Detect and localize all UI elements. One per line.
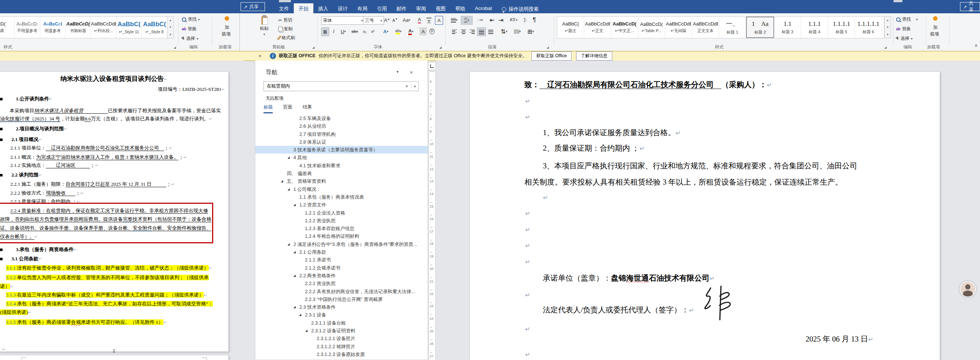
nav-item[interactable]: 2.2.1 营业执照 <box>255 279 428 287</box>
tab-selector[interactable] <box>428 62 436 70</box>
style-item[interactable]: AaBbCcDdE正文文本 <box>692 17 719 38</box>
style-gallery-scroll[interactable]: ▴▾▾ <box>884 16 891 38</box>
nav-item[interactable]: 1.1 承包（服务）商基本情况表 <box>255 193 428 201</box>
nav-item[interactable]: 2.2.3 “中国执行信息公开网” 查询截屏 <box>255 295 428 303</box>
add-ins-button[interactable]: 载项 <box>222 31 231 37</box>
character-border-button[interactable]: A <box>435 16 443 25</box>
nav-item[interactable]: 2.5 车辆及设备 <box>255 114 428 122</box>
numbering-button[interactable]: 1≡2≡▾ <box>461 16 473 25</box>
nav-item[interactable]: 2.7 项目管理机构 <box>255 130 428 138</box>
nav-tab-标题[interactable]: 标题 <box>264 104 273 113</box>
nav-item[interactable]: ◢2.1 公用条款 <box>255 248 428 256</box>
nav-item[interactable]: 2.2.2 具有良好的商业信誉，无违法记录和重大法律... <box>255 288 428 295</box>
style-item[interactable]: 1.1.1标题 4 <box>801 17 828 38</box>
style-item[interactable]: AaBbC(↵题注 <box>557 17 584 38</box>
font-size-combo[interactable]: 三号▾ <box>363 16 384 25</box>
replace-button[interactable]: ab替换 <box>896 26 911 32</box>
align-center-button[interactable] <box>459 27 468 35</box>
nav-search-input[interactable] <box>264 84 402 89</box>
nav-item[interactable]: 1.2.4 年检合格的证明材料 <box>255 232 428 240</box>
style-item[interactable]: 一、标题 1 <box>719 17 746 38</box>
find-button[interactable]: 查找▾ <box>896 16 918 22</box>
select-button[interactable]: 选择▾ <box>182 35 199 42</box>
add-ins-button[interactable]: 载项 <box>930 31 939 37</box>
nav-item[interactable]: ◢2 满足谈判公告中“3.承包（服务）商资格条件”要求的资质... <box>255 240 428 248</box>
style-item[interactable]: AaBbCcDdE↵正文 <box>584 17 611 38</box>
style-gallery-scroll[interactable]: ▴▾▾ <box>167 16 174 38</box>
nav-item[interactable]: ◢4 其他 <box>255 154 428 161</box>
asian-layout-button[interactable]: A字▾ <box>508 16 519 24</box>
format-painter-button[interactable]: 格式刷 <box>278 35 295 41</box>
get-genuine-office-button[interactable]: 获取正版 Office <box>531 51 571 60</box>
find-button[interactable]: 查找▾ <box>182 16 200 22</box>
bullets-button[interactable]: ▾ <box>449 16 459 24</box>
nav-item[interactable]: 2.3.1.2.2 铭牌照片 <box>255 343 428 350</box>
search-clear-icon[interactable]: × <box>402 84 411 89</box>
distribute-button[interactable] <box>487 27 495 35</box>
style-item[interactable]: AaBbCcI明显参考 <box>40 17 66 38</box>
font-dialog-launcher[interactable]: ◢ <box>439 46 442 49</box>
paste-button[interactable]: 粘贴▾ <box>260 16 269 36</box>
align-left-button[interactable] <box>450 27 458 35</box>
change-case-button[interactable]: Aa▾ <box>401 16 412 24</box>
search-options-chevron-icon[interactable]: ▾ <box>411 84 418 88</box>
multilevel-list-button[interactable]: ⋮≡▾ <box>474 16 485 24</box>
nav-item[interactable]: 3 技术服务承诺（主要说明服务质量等） <box>255 146 428 154</box>
share-button-right-window[interactable]: ↗ 共享▾ <box>960 2 980 11</box>
banner-close-icon[interactable]: × <box>259 53 262 59</box>
style-item[interactable]: 1.1标题 3 <box>774 17 801 38</box>
decrease-indent-button[interactable]: ⇤ <box>488 16 496 24</box>
line-spacing-button[interactable]: ⇅▾ <box>498 27 509 35</box>
styles-dialog-launcher[interactable]: ◢ <box>884 46 886 49</box>
superscript-button[interactable]: x² <box>369 27 377 35</box>
show-marks-button[interactable]: ¶ <box>530 16 538 24</box>
style-item[interactable]: AaBbCcD(↵中文正... <box>611 17 638 38</box>
style-item[interactable]: cD(调 <box>0 17 15 38</box>
nav-item[interactable]: 2.3.1.2.1 设备照片 <box>255 335 428 342</box>
nav-item[interactable]: 1.2.3 基本存款账户信息 <box>255 225 428 232</box>
shrink-font-button[interactable]: A▼ <box>391 16 399 24</box>
nav-item[interactable]: 2.3.1.2.3 设备原始发票 <box>255 350 428 358</box>
borders-button[interactable]: ⊞▾ <box>525 27 536 35</box>
learn-more-button[interactable]: 了解详细信息 <box>576 51 612 60</box>
share-button-left-window[interactable]: ↗ 共享▾ <box>240 2 265 11</box>
nav-item[interactable]: 4.1 技术标准和要求 <box>255 162 428 170</box>
nav-item[interactable]: 1.2.2 营业执照 <box>255 217 428 225</box>
font-color-button[interactable]: A▾ <box>406 27 417 35</box>
subscript-button[interactable]: x₂ <box>361 27 368 35</box>
style-item[interactable]: AaBbCcDdE↵列出段... <box>91 17 116 38</box>
align-right-button[interactable] <box>468 27 476 35</box>
nav-item[interactable]: 2.1.1 承诺书 <box>255 256 428 263</box>
nav-item[interactable]: ◢2.3.1 设备 <box>255 311 428 319</box>
collapse-ribbon-button[interactable]: ∧ <box>974 43 978 48</box>
italic-button[interactable]: I <box>330 27 337 35</box>
copy-button[interactable]: 复制 <box>278 26 293 32</box>
shading-button[interactable]: ▾ <box>512 27 523 35</box>
styles-dialog-launcher[interactable]: ◢ <box>174 46 176 49</box>
nav-pane-close-icon[interactable]: × <box>410 70 413 75</box>
nav-item[interactable]: ◢2.2 商务资格条件 <box>255 272 428 279</box>
character-shading-button[interactable]: A <box>419 27 427 35</box>
style-item[interactable]: AaBbCcD:不明显参考 <box>15 17 40 38</box>
grow-font-button[interactable]: A▲ <box>383 16 391 24</box>
nav-tab-页面[interactable]: 页面 <box>283 104 292 113</box>
replace-button[interactable]: ab替换 <box>182 26 197 32</box>
nav-pane-chevron-icon[interactable]: ▾ <box>396 70 399 74</box>
style-item[interactable]: AaBbCcD(↵Table P... <box>638 17 665 38</box>
style-item[interactable]: 1 Aa标题 2 <box>746 17 774 38</box>
document-page-3[interactable] <box>0 355 228 360</box>
underline-button[interactable]: U▾ <box>338 27 348 35</box>
nav-item[interactable]: ◢2.3.1.2 设备证明资料 <box>255 327 428 335</box>
nav-item[interactable]: 2.1.2 合规承诺书 <box>255 264 428 272</box>
style-item[interactable]: AaBbC(↵_Style 8 <box>142 17 167 38</box>
clear-formatting-button[interactable]: A <box>416 16 423 24</box>
nav-item[interactable]: ◢五、 资格审查资料 <box>255 177 428 185</box>
increase-indent-button[interactable]: ⇥ <box>497 16 505 24</box>
nav-tab-结果[interactable]: 结果 <box>303 104 312 113</box>
nav-item[interactable]: ◢1 公司概况： <box>255 186 428 193</box>
style-item[interactable]: AaBbCcDdE↵无间隔 <box>665 17 692 38</box>
add-ins-button[interactable]: 加 <box>225 24 229 31</box>
bold-button[interactable]: B <box>321 27 329 36</box>
document-page-2[interactable]: 纳米水驱注入设备租赁项目谈判公告↵项目编号：LHZB-2025-ST281↵1.… <box>0 71 228 352</box>
style-item[interactable]: AaBbC(↵_Style 11 <box>116 17 142 38</box>
